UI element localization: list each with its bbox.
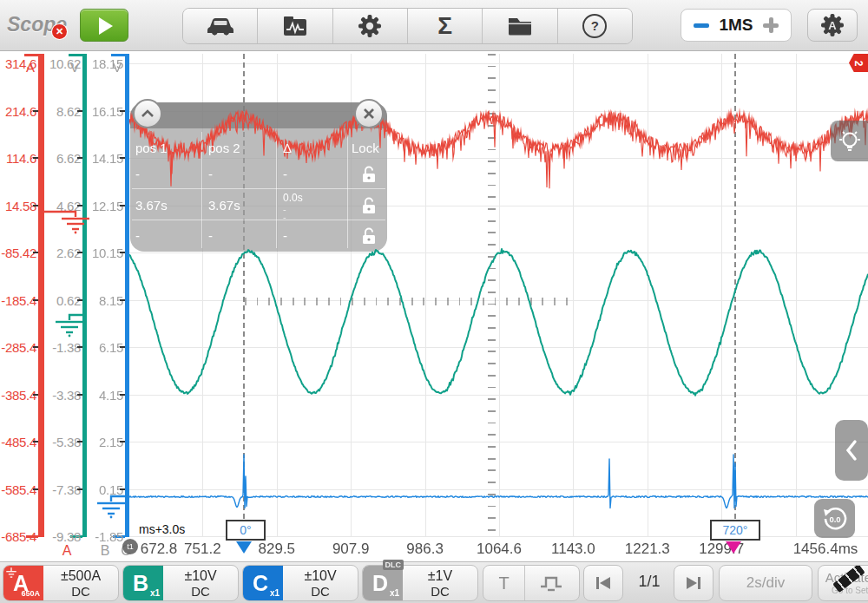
axis-tick	[120, 488, 125, 490]
pulse-edge-icon	[539, 574, 565, 593]
measure-value: -	[208, 228, 213, 243]
sigma-icon: Σ	[437, 14, 452, 38]
axis-tick	[120, 252, 125, 253]
axis-a-tick-label: 214.6	[0, 104, 36, 119]
axis-a-tick-label: -385.4	[0, 388, 36, 403]
axis-a-tick-label: -85.42	[0, 246, 36, 260]
channel-c-ground-icon[interactable]	[90, 491, 128, 519]
measure-value: -	[208, 167, 213, 181]
axis-tick	[77, 110, 82, 112]
help-button[interactable]: ?	[558, 9, 632, 43]
decrease-samples-icon[interactable]	[694, 23, 709, 28]
axis-tick	[33, 394, 38, 396]
reset-rotation-icon: 0.0	[820, 504, 850, 534]
axis-tick	[77, 252, 82, 253]
lock-toggle-3[interactable]	[359, 226, 378, 246]
channel-range: ±10V	[283, 568, 358, 584]
cursor-2-phase-box[interactable]: 720°	[710, 520, 760, 541]
axis-a-tick-label: -285.4	[0, 340, 36, 355]
sample-rate-value: 1MS	[719, 16, 753, 35]
trigger-mode-button[interactable]: T	[483, 574, 524, 593]
channel-b-chip: B x1	[123, 566, 163, 600]
dlc-badge: DLC	[383, 560, 404, 570]
axis-tick	[33, 205, 38, 206]
close-panel-button[interactable]	[354, 99, 384, 128]
timebase-value: 2s/div	[746, 574, 785, 592]
car-icon	[206, 15, 235, 37]
first-page-button[interactable]	[583, 565, 623, 601]
hint-button[interactable]	[831, 121, 868, 161]
lock-toggle-2[interactable]	[359, 196, 378, 215]
time-tick-label: 1143.0	[538, 541, 608, 558]
collapse-panel-button[interactable]	[133, 99, 162, 128]
axis-a-letter: A	[54, 543, 80, 559]
channel-coupling: DC	[403, 584, 477, 599]
activate-button[interactable]: Activate V Go to Settin	[818, 565, 868, 601]
axis-tick	[33, 252, 38, 253]
measure-value: 0.0s	[283, 192, 303, 204]
axis-c-tick-label: 10.15	[85, 246, 123, 260]
channel-b-button[interactable]: B x1 ±10VDC	[122, 565, 239, 601]
axis-tick	[33, 299, 38, 301]
axis-c-tick-label: 6.15	[85, 340, 123, 355]
axis-a-tick-label: 314.6	[0, 56, 36, 71]
axis-c-tick-label: 14.15	[85, 151, 123, 166]
axis-c-tick-label: 2.15	[85, 435, 123, 449]
time-tick-label: 1299.7	[687, 541, 756, 558]
time-tick-label: 829.5	[242, 541, 312, 558]
axis-a-tick-label: 14.58	[0, 199, 36, 213]
trigger-marker-2[interactable]	[726, 541, 741, 554]
channel-a-ground-icon[interactable]	[44, 206, 93, 234]
axis-c-tick-label: 16.15	[85, 104, 123, 119]
measure-panel-content: pos 1 pos 2 Δ Lock - - - 3.67s 3.67s 0.0…	[130, 102, 387, 252]
channel-d-button[interactable]: DLC D x1 ±1VDC	[362, 565, 478, 601]
axis-tick	[77, 157, 82, 159]
cursor-1-phase-box[interactable]: 0°	[226, 520, 266, 541]
gear-icon	[357, 13, 383, 39]
last-page-button[interactable]	[674, 565, 713, 601]
recorded-data-button[interactable]	[258, 9, 332, 43]
replay-reset-button[interactable]: 0.0	[814, 499, 855, 538]
file-browser-button[interactable]	[483, 9, 557, 43]
auto-scale-settings-button[interactable]: A	[807, 9, 858, 42]
time-offset-label: ms+3.0s	[137, 522, 187, 536]
trigger-marker-1[interactable]	[236, 541, 252, 554]
axis-c-line[interactable]	[125, 54, 129, 537]
channel-a-button[interactable]: A 650A ±500ADC	[3, 565, 119, 601]
settings-button[interactable]	[333, 9, 408, 43]
axis-tick	[33, 441, 38, 442]
axis-tick	[120, 157, 125, 159]
collapse-side-handle[interactable]	[835, 420, 868, 481]
trigger-group: T	[483, 565, 580, 601]
vehicle-button[interactable]	[183, 9, 258, 43]
waveform-file-icon	[282, 15, 308, 37]
axis-tick	[120, 205, 125, 206]
axis-tick	[33, 346, 38, 348]
timebase-button[interactable]: 2s/div	[719, 565, 812, 601]
svg-text:0.0: 0.0	[829, 515, 840, 524]
channel-b-ground-icon[interactable]	[54, 311, 87, 338]
pos1-column-label: pos 1	[135, 141, 168, 155]
cursor-t1-handle[interactable]: t1	[122, 539, 138, 554]
axis-tick	[33, 157, 38, 159]
trigger-edge-button[interactable]	[525, 574, 579, 593]
math-button[interactable]: Σ	[408, 9, 483, 43]
axis-tick	[33, 488, 38, 490]
channel-d-chip: DLC D x1	[363, 566, 403, 600]
logo-close-icon[interactable]: ✕	[52, 24, 67, 39]
channel-c-button[interactable]: C x1 ±10VDC	[242, 565, 358, 601]
channel-c-chip: C x1	[243, 566, 283, 600]
axis-tick	[77, 394, 82, 396]
page-indicator: 1/1	[634, 573, 665, 591]
axis-b-tick-label: 10.62	[43, 56, 81, 71]
play-button[interactable]	[80, 9, 128, 42]
close-icon	[363, 108, 375, 120]
axis-b-tick-label: 2.62	[43, 246, 81, 260]
axis-a-tick-label: -185.4	[0, 293, 36, 308]
channel-tag: x1	[390, 588, 399, 598]
increase-samples-icon[interactable]	[763, 17, 779, 33]
chevron-up-icon	[140, 108, 155, 120]
channel-tag: x1	[270, 588, 279, 598]
lock-toggle-1[interactable]	[359, 165, 378, 184]
chevron-left-icon	[845, 439, 858, 462]
